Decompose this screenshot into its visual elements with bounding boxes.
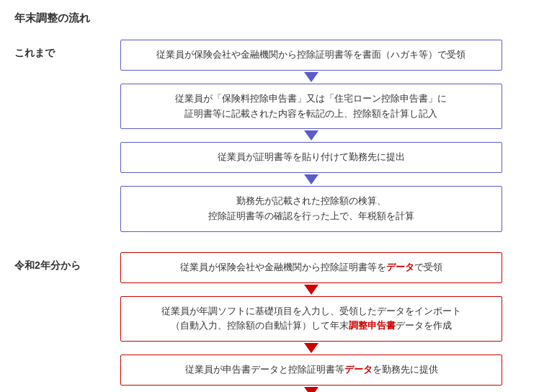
flow-box-r2: 従業員が年調ソフトに基礎項目を入力し、受領したデータをインポート （自動入力、控… bbox=[120, 296, 502, 342]
flow-box-r3: 従業員が申告書データと控除証明書等データを勤務先に提供 bbox=[120, 355, 502, 386]
section-reiwa2: 令和2年分から 従業員が保険会社や金融機関から控除証明書等をデータで受領 従業員… bbox=[14, 252, 543, 392]
arrow-3 bbox=[304, 174, 318, 184]
arrow-r1 bbox=[304, 285, 318, 295]
highlight-data-2: データ bbox=[344, 364, 373, 375]
flow-box-3: 従業員が証明書等を貼り付けて勤務先に提出 bbox=[120, 142, 502, 173]
highlight-choseishinkokusho: 調整申告書 bbox=[349, 320, 396, 331]
section-koremade: これまで 従業員が保険会社や金融機関から控除証明書等を書面（ハガキ等）で受領 従… bbox=[14, 40, 543, 232]
arrow-2 bbox=[304, 130, 318, 141]
highlight-data-1: データ bbox=[386, 262, 414, 272]
section-label-reiwa2: 令和2年分から bbox=[14, 252, 81, 272]
arrow-r2 bbox=[304, 343, 318, 353]
arrow-r3 bbox=[304, 387, 318, 392]
flow-box-2: 従業員が「保険料控除申告書」又は「住宅ローン控除申告書」に 証明書等に記載された… bbox=[120, 84, 502, 130]
flow-box-r1: 従業員が保険会社や金融機関から控除証明書等をデータで受領 bbox=[120, 252, 502, 283]
flow-box-4: 勤務先が記載された控除額の検算、 控除証明書等の確認を行った上で、年税額を計算 bbox=[120, 186, 502, 232]
page-title: 年末調整の流れ bbox=[14, 12, 543, 25]
arrow-1 bbox=[304, 72, 318, 82]
flow-box-1: 従業員が保険会社や金融機関から控除証明書等を書面（ハガキ等）で受領 bbox=[120, 40, 502, 71]
flow-koremade: 従業員が保険会社や金融機関から控除証明書等を書面（ハガキ等）で受領 従業員が「保… bbox=[79, 40, 543, 232]
flow-reiwa2: 従業員が保険会社や金融機関から控除証明書等をデータで受領 従業員が年調ソフトに基… bbox=[81, 252, 543, 392]
section-label-koremade: これまで bbox=[14, 40, 79, 60]
